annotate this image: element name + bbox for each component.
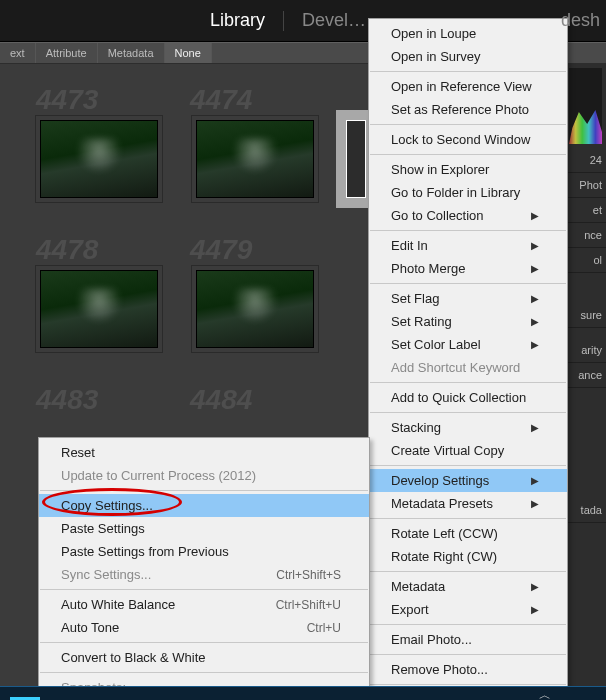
context-menu-item[interactable]: Rotate Right (CW) [369,545,567,568]
context-menu-item[interactable]: Create Virtual Copy [369,439,567,462]
module-slideshow-partial[interactable]: desh [561,10,600,31]
menu-separator [370,124,566,125]
context-menu-item[interactable]: Set Rating▶ [369,310,567,333]
context-menu-item[interactable]: Go to Folder in Library [369,181,567,204]
chevron-right-icon: ▶ [531,604,539,615]
menu-item-label: Open in Loupe [391,26,476,41]
panel-label: tada [565,498,606,523]
context-menu-item[interactable]: Edit In▶ [369,234,567,257]
tray-chevron-icon[interactable]: ︿ [539,687,551,700]
menu-item-label: Set as Reference Photo [391,102,529,117]
context-menu-item[interactable]: Go to Collection▶ [369,204,567,227]
context-menu-item[interactable]: Open in Loupe [369,22,567,45]
submenu-item: Update to Current Process (2012) [39,464,369,487]
menu-separator [370,154,566,155]
menu-separator [370,230,566,231]
menu-item-label: Paste Settings [61,521,145,536]
context-menu-item[interactable]: Set Flag▶ [369,287,567,310]
context-menu-item[interactable]: Open in Reference View [369,75,567,98]
submenu-item[interactable]: Auto ToneCtrl+U [39,616,369,639]
context-menu-item[interactable]: Develop Settings▶ [369,469,567,492]
filter-none[interactable]: None [165,43,212,63]
chevron-right-icon: ▶ [531,293,539,304]
context-menu-item[interactable]: Open in Survey [369,45,567,68]
cell-index: 4479 [190,234,252,266]
menu-item-label: Develop Settings [391,473,489,488]
filter-attribute[interactable]: Attribute [36,43,98,63]
context-menu-item[interactable]: Metadata Presets▶ [369,492,567,515]
menu-item-label: Auto White Balance [61,597,175,612]
submenu-item[interactable]: Auto White BalanceCtrl+Shift+U [39,593,369,616]
menu-item-label: Edit In [391,238,428,253]
menu-item-label: Lock to Second Window [391,132,530,147]
menu-separator [40,642,368,643]
context-menu-item[interactable]: Photo Merge▶ [369,257,567,280]
module-library[interactable]: Library [210,10,265,31]
context-menu-item[interactable]: Export▶ [369,598,567,621]
menu-item-label: Stacking [391,420,441,435]
chevron-right-icon: ▶ [531,422,539,433]
cell-index: 4478 [36,234,98,266]
context-menu-item[interactable]: Show in Explorer [369,158,567,181]
cell-index: 4474 [190,84,252,116]
thumbnail-selected[interactable] [346,120,366,198]
panel-label: ol [565,248,606,273]
submenu-item[interactable]: Convert to Black & White [39,646,369,669]
panel-label: sure [565,303,606,328]
context-menu-item[interactable]: Email Photo... [369,628,567,651]
menu-separator [370,518,566,519]
menu-item-label: Add Shortcut Keyword [391,360,520,375]
context-menu-item[interactable]: Add to Quick Collection [369,386,567,409]
context-menu-item[interactable]: Remove Photo... [369,658,567,681]
menu-item-label: Paste Settings from Previous [61,544,229,559]
menu-item-label: Reset [61,445,95,460]
filter-metadata[interactable]: Metadata [98,43,165,63]
menu-item-label: Create Virtual Copy [391,443,504,458]
menu-item-label: Email Photo... [391,632,472,647]
module-develop[interactable]: Devel… [302,10,366,31]
menu-item-label: Go to Folder in Library [391,185,520,200]
submenu-item[interactable]: Paste Settings [39,517,369,540]
thumbnail[interactable] [196,120,314,198]
menu-separator [40,490,368,491]
menu-item-label: Auto Tone [61,620,119,635]
submenu-item[interactable]: Paste Settings from Previous [39,540,369,563]
submenu-item: Sync Settings...Ctrl+Shift+S [39,563,369,586]
submenu-item[interactable]: Copy Settings... [39,494,369,517]
context-menu-item[interactable]: Set as Reference Photo [369,98,567,121]
menu-item-label: Open in Reference View [391,79,532,94]
chevron-right-icon: ▶ [531,475,539,486]
panel-label: nce [565,223,606,248]
filter-text[interactable]: ext [0,43,36,63]
thumbnail[interactable] [196,270,314,348]
chevron-right-icon: ▶ [531,339,539,350]
panel-label: Phot [565,173,606,198]
thumbnail[interactable] [40,120,158,198]
chevron-right-icon: ▶ [531,210,539,221]
menu-separator [370,412,566,413]
menu-shortcut: Ctrl+U [307,621,341,635]
submenu-item[interactable]: Reset [39,441,369,464]
menu-item-label: Copy Settings... [61,498,153,513]
develop-settings-submenu: ResetUpdate to Current Process (2012)Cop… [38,437,370,700]
menu-separator [370,283,566,284]
context-menu-item[interactable]: Stacking▶ [369,416,567,439]
context-menu-item[interactable]: Rotate Left (CCW) [369,522,567,545]
cell-index: 4484 [190,384,252,416]
context-menu-item[interactable]: Set Color Label▶ [369,333,567,356]
histogram[interactable] [569,68,602,144]
chevron-right-icon: ▶ [531,316,539,327]
menu-item-label: Photo Merge [391,261,465,276]
thumbnail[interactable] [40,270,158,348]
menu-separator [370,654,566,655]
taskbar: ︿ [0,686,606,700]
menu-separator [370,71,566,72]
menu-separator [40,589,368,590]
menu-shortcut: Ctrl+Shift+U [276,598,341,612]
chevron-right-icon: ▶ [531,263,539,274]
menu-separator [370,382,566,383]
context-menu-item[interactable]: Lock to Second Window [369,128,567,151]
menu-item-label: Metadata Presets [391,496,493,511]
context-menu-item[interactable]: Metadata▶ [369,575,567,598]
context-menu-item: Add Shortcut Keyword [369,356,567,379]
